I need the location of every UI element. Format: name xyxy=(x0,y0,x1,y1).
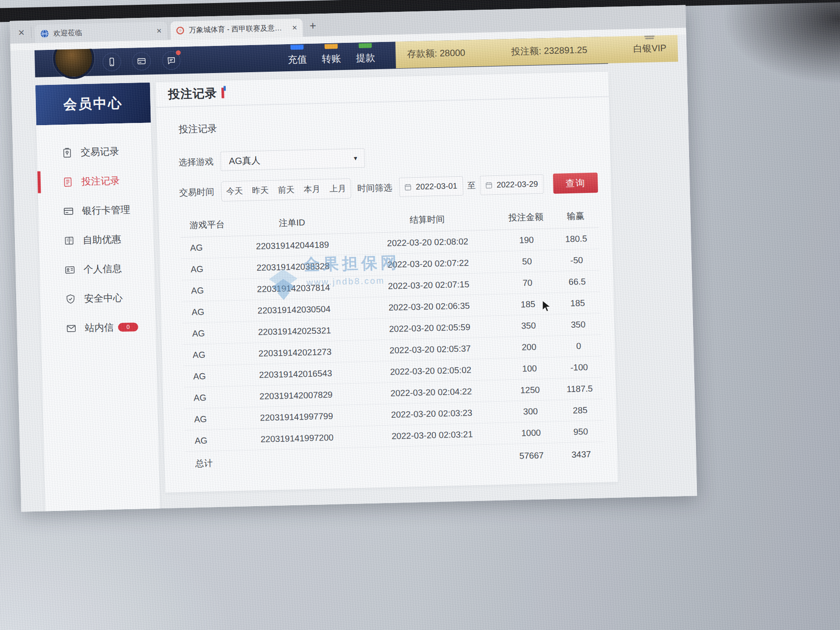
tab-close-icon[interactable]: ✕ xyxy=(156,27,162,35)
sidebar-item-label: 自助优惠 xyxy=(83,233,122,247)
bank-card-icon xyxy=(136,56,147,66)
sidebar-item[interactable]: 投注记录 xyxy=(37,165,153,197)
cell-bet-id: 220319142025321 xyxy=(231,325,357,338)
cell-bet-amount: 190 xyxy=(500,234,553,245)
nav-tag-icon xyxy=(359,43,372,48)
cell-bet-id: 220319142007829 xyxy=(233,389,359,402)
sidebar-title: 会员中心 xyxy=(35,82,151,125)
sidebar-item-label: 站内信 xyxy=(85,321,114,335)
game-select-label: 选择游戏 xyxy=(178,156,214,168)
cell-settle-time: 2022-03-20 02:07:15 xyxy=(357,278,501,292)
cell-win-loss: 350 xyxy=(555,319,602,330)
main-content: 投注记录 选择游戏 AG真人 ▼ 交易时间 xyxy=(156,97,619,512)
coupon-icon xyxy=(63,234,75,246)
cell-bet-amount: 185 xyxy=(501,298,555,310)
game-filter-row: 选择游戏 AG真人 ▼ xyxy=(178,143,597,172)
game-select-value: AG真人 xyxy=(229,152,353,168)
cell-platform: AG xyxy=(181,263,230,275)
section-title: 投注记录 xyxy=(178,113,596,136)
quick-range-button[interactable]: 今天 xyxy=(221,185,248,197)
cell-platform: AG xyxy=(183,371,233,382)
nav-link[interactable]: 转账 xyxy=(322,43,341,66)
chevron-down-icon: ▼ xyxy=(353,155,358,161)
phone-icon xyxy=(107,57,117,67)
sidebar-item-label: 银行卡管理 xyxy=(82,203,130,217)
pagination: 1 2 3 4 5 下 尾 xyxy=(187,499,606,511)
cell-win-loss: -50 xyxy=(553,255,600,266)
navbar-icon-button[interactable] xyxy=(162,51,181,70)
cell-win-loss: 180.5 xyxy=(553,233,599,244)
browser-window: ✕ 欢迎莅临 ✕ 万象城体育 - 西甲联赛及意甲罗 ✕ xyxy=(10,5,697,512)
cell-settle-time: 2022-03-20 02:08:02 xyxy=(355,235,500,249)
sidebar-item[interactable]: 交易记录 xyxy=(37,136,152,168)
cell-bet-id: 220319142030504 xyxy=(231,303,357,316)
cell-settle-time: 2022-03-20 02:05:37 xyxy=(358,343,502,356)
tab-title: 万象城体育 - 西甲联赛及意甲罗 xyxy=(189,23,288,35)
cell-bet-amount: 1000 xyxy=(504,427,558,438)
nav-link[interactable]: 充值 xyxy=(287,44,307,66)
page-title: 投注记录 xyxy=(168,85,217,102)
sidebar-item-label: 交易记录 xyxy=(80,145,119,159)
page-button[interactable]: 下 xyxy=(440,503,461,512)
search-button[interactable]: 查询 xyxy=(553,172,598,193)
browser-tab[interactable]: 万象城体育 - 西甲联赛及意甲罗 ✕ xyxy=(170,18,303,40)
sidebar-item[interactable]: 安全中心 xyxy=(40,282,156,314)
browser-tab[interactable]: 欢迎莅临 ✕ xyxy=(35,22,167,43)
new-tab-icon[interactable]: + xyxy=(309,20,316,31)
nav-tag-icon xyxy=(290,45,304,50)
sidebar-item[interactable]: 站内信 0 xyxy=(41,312,156,343)
main-panel: 投注记录 投注记录 选择游戏 AG真人 ▼ 交易时 xyxy=(156,72,618,493)
quick-range-button[interactable]: 上月 xyxy=(325,183,351,195)
page-body: 充值 转账 提款 存款额: 28000 xyxy=(10,35,697,512)
cell-platform: AG xyxy=(182,328,232,339)
col-header: 输赢 xyxy=(553,210,599,222)
cell-bet-amount: 300 xyxy=(504,406,557,417)
quick-range-group: 今天 昨天 前天 本月 上月 xyxy=(221,178,351,202)
col-header: 投注金额 xyxy=(499,211,553,224)
calendar-icon xyxy=(485,181,493,189)
sidebar-item-label: 投注记录 xyxy=(81,174,120,188)
chat-icon xyxy=(166,56,176,66)
monitor-screen: ✕ 欢迎莅临 ✕ 万象城体育 - 西甲联赛及意甲罗 ✕ xyxy=(0,0,840,551)
date-to-input[interactable]: 2022-03-29 xyxy=(480,174,544,195)
member-sidebar: 会员中心 交易记录 投注记录 xyxy=(35,82,160,511)
unread-badge: 0 xyxy=(118,322,138,332)
nav-link[interactable]: 提款 xyxy=(356,42,375,65)
cell-platform: AG xyxy=(182,285,231,296)
shield-icon xyxy=(65,293,77,305)
cell-platform: AG xyxy=(185,435,234,446)
quick-range-button[interactable]: 本月 xyxy=(299,183,325,195)
sidebar-item[interactable]: 自助优惠 xyxy=(38,224,154,256)
vip-level[interactable]: 白银VIP xyxy=(633,42,666,55)
close-icon[interactable]: ✕ xyxy=(18,28,25,37)
cell-settle-time: 2022-03-20 02:03:23 xyxy=(359,407,504,420)
date-from-input[interactable]: 2022-03-01 xyxy=(399,176,463,197)
navbar-icon-button[interactable] xyxy=(132,52,151,70)
cell-bet-id: 220319142044189 xyxy=(229,239,355,252)
page-button[interactable]: 4 xyxy=(385,504,407,512)
page-button[interactable]: 3 xyxy=(358,504,380,511)
cell-settle-time: 2022-03-20 02:04:22 xyxy=(359,385,503,399)
cell-platform: AG xyxy=(182,306,231,318)
globe-icon xyxy=(40,29,49,38)
quick-range-button[interactable]: 前天 xyxy=(273,184,299,196)
cell-settle-time: 2022-03-20 02:06:35 xyxy=(357,300,501,313)
page-button[interactable]: 1 xyxy=(304,506,326,511)
mail-icon xyxy=(66,322,77,334)
cell-settle-time: 2022-03-20 02:07:22 xyxy=(356,257,500,270)
total-win: 3437 xyxy=(558,449,605,460)
page-button[interactable]: 尾 xyxy=(467,502,488,512)
sidebar-item[interactable]: 个人信息 xyxy=(39,253,155,285)
cell-platform: AG xyxy=(185,413,234,425)
game-select[interactable]: AG真人 ▼ xyxy=(220,148,365,171)
navbar-icon-button[interactable] xyxy=(102,52,121,71)
cell-bet-id: 220319142021273 xyxy=(232,346,358,359)
tab-close-icon[interactable]: ✕ xyxy=(292,24,298,32)
page-button[interactable]: 5 xyxy=(413,503,434,511)
title-accent-icon xyxy=(221,88,224,98)
sidebar-item[interactable]: 银行卡管理 xyxy=(38,194,154,226)
cell-win-loss: 66.5 xyxy=(554,276,600,287)
page-button[interactable]: 2 xyxy=(331,505,353,512)
quick-range-button[interactable]: 昨天 xyxy=(247,185,273,196)
cell-platform: AG xyxy=(180,242,230,253)
